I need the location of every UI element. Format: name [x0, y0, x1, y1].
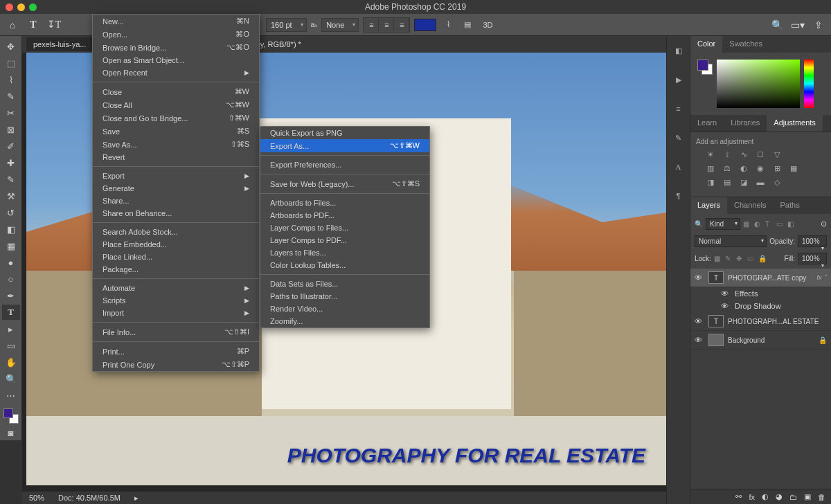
type-tool-icon[interactable]: T: [2, 305, 20, 320]
antialias-field[interactable]: None: [321, 18, 359, 32]
blur-tool-icon[interactable]: ●: [2, 255, 20, 270]
font-size-field[interactable]: 160 pt: [266, 18, 307, 32]
minimize-window-icon[interactable]: [17, 3, 25, 11]
filter-smart-icon[interactable]: ◧: [787, 220, 796, 228]
menu-item[interactable]: Print...⌘P: [93, 345, 259, 358]
tab-adjustments[interactable]: Adjustments: [767, 115, 823, 132]
photo-filter-icon[interactable]: ◉: [756, 163, 765, 173]
canvas-text-layer[interactable]: PHOTOGRAPHY FOR REAL ESTATE: [287, 444, 645, 467]
properties-panel-icon[interactable]: ≡: [672, 102, 685, 115]
bw-icon[interactable]: ◐: [739, 163, 749, 173]
visibility-icon[interactable]: 👁: [695, 336, 704, 344]
history-brush-tool-icon[interactable]: ↺: [2, 205, 20, 220]
healing-tool-icon[interactable]: ✚: [2, 155, 20, 170]
pen-tool-icon[interactable]: ✒: [2, 288, 20, 303]
threshold-icon[interactable]: ◪: [739, 177, 749, 187]
posterize-icon[interactable]: ▤: [722, 177, 732, 187]
tab-learn[interactable]: Learn: [690, 115, 724, 132]
path-select-tool-icon[interactable]: ▸: [2, 321, 20, 336]
menu-item[interactable]: Close⌘W: [93, 85, 259, 98]
hue-icon[interactable]: ▥: [706, 163, 715, 173]
tab-channels[interactable]: Channels: [727, 197, 773, 214]
actions-panel-icon[interactable]: ▶: [672, 73, 685, 86]
menu-item[interactable]: Open as Smart Object...: [93, 54, 259, 66]
quick-select-tool-icon[interactable]: ✎: [2, 89, 20, 104]
channel-mixer-icon[interactable]: ⊞: [772, 163, 782, 173]
group-icon[interactable]: 🗀: [789, 493, 797, 501]
tab-swatches[interactable]: Swatches: [722, 36, 769, 53]
layer-mask-icon[interactable]: ◐: [762, 492, 769, 501]
gradient-tool-icon[interactable]: ▦: [2, 238, 20, 253]
layer-style-icon[interactable]: fx: [749, 493, 755, 501]
workspace-icon[interactable]: ▭▾: [791, 19, 805, 31]
share-icon[interactable]: ⇪: [812, 19, 825, 31]
menu-item[interactable]: Save⌘S: [93, 125, 259, 138]
marquee-tool-icon[interactable]: ⬚: [2, 55, 20, 71]
type-tool-icon[interactable]: T: [26, 19, 40, 31]
three-d-icon[interactable]: 3D: [479, 18, 496, 32]
visibility-icon[interactable]: 👁: [721, 289, 731, 298]
menu-item[interactable]: Export▶: [93, 170, 259, 182]
menu-item[interactable]: Scripts▶: [93, 294, 259, 307]
frame-tool-icon[interactable]: ⊠: [2, 122, 20, 137]
color-field[interactable]: [717, 60, 800, 108]
type-orientation-icon[interactable]: ↧T: [47, 19, 61, 31]
tab-layers[interactable]: Layers: [690, 197, 727, 214]
menu-item[interactable]: Place Embedded...: [93, 238, 259, 251]
zoom-tool-icon[interactable]: 🔍: [2, 371, 20, 386]
balance-icon[interactable]: ⚖: [722, 163, 732, 173]
crop-tool-icon[interactable]: ✂: [2, 105, 20, 120]
blend-mode-field[interactable]: Normal: [695, 235, 767, 247]
curves-icon[interactable]: ∿: [739, 150, 749, 159]
visibility-icon[interactable]: 👁: [721, 302, 731, 310]
menu-item[interactable]: Paths to Illustrator...: [260, 290, 429, 303]
menu-item[interactable]: Share on Behance...: [93, 207, 259, 219]
fx-badge[interactable]: fx ˅: [816, 274, 827, 281]
color-swatches[interactable]: [3, 408, 19, 424]
brightness-icon[interactable]: ☀: [706, 150, 715, 159]
visibility-icon[interactable]: 👁: [695, 317, 704, 325]
layer-filter-kind[interactable]: Kind: [706, 218, 740, 230]
brush-panel-icon[interactable]: ✎: [672, 132, 685, 144]
layer-item[interactable]: 👁 T PHOTOGRAPH...AL ESTATE: [690, 312, 831, 331]
shape-tool-icon[interactable]: ▭: [2, 338, 20, 353]
layer-effect[interactable]: 👁Drop Shadow: [690, 300, 831, 312]
brush-tool-icon[interactable]: ✎: [2, 172, 20, 187]
vibrance-icon[interactable]: ▽: [772, 150, 782, 159]
menu-item[interactable]: Place Linked...: [93, 251, 259, 263]
layer-item[interactable]: 👁 Background 🔒: [690, 331, 831, 350]
menu-item[interactable]: Browse in Bridge...⌥⌘O: [93, 41, 259, 54]
menu-item[interactable]: Revert: [93, 151, 259, 163]
foreground-swatch[interactable]: [3, 408, 13, 418]
delete-layer-icon[interactable]: 🗑: [818, 493, 825, 501]
lasso-tool-icon[interactable]: ⌇: [2, 72, 20, 87]
selective-color-icon[interactable]: ◇: [772, 177, 782, 187]
warp-text-icon[interactable]: ⌇: [440, 18, 456, 32]
levels-icon[interactable]: ⟟: [722, 150, 732, 159]
color-selector-swatch[interactable]: [697, 60, 713, 75]
filter-shape-icon[interactable]: ▭: [776, 220, 785, 228]
tab-paths[interactable]: Paths: [774, 197, 807, 214]
status-arrow-icon[interactable]: ▸: [134, 494, 138, 503]
character-panel-icon[interactable]: A: [672, 161, 685, 173]
menu-item[interactable]: Automate▶: [93, 282, 259, 294]
opacity-field[interactable]: 100%: [798, 235, 827, 247]
exposure-icon[interactable]: ☐: [756, 150, 765, 159]
visibility-icon[interactable]: 👁: [695, 273, 704, 282]
menu-item[interactable]: Layers to Files...: [260, 246, 429, 259]
move-tool-icon[interactable]: ✥: [2, 39, 20, 54]
filter-pixel-icon[interactable]: ▦: [743, 220, 751, 228]
menu-item[interactable]: Quick Export as PNG: [260, 127, 429, 139]
home-icon[interactable]: ⌂: [6, 19, 19, 31]
menu-item[interactable]: Zoomify...: [260, 315, 429, 327]
stamp-tool-icon[interactable]: ⚒: [2, 188, 20, 204]
lookup-icon[interactable]: ▦: [789, 163, 798, 173]
menu-item[interactable]: File Info...⌥⇧⌘I: [93, 325, 259, 339]
filter-toggle-icon[interactable]: ⊙: [821, 219, 827, 228]
document-tab[interactable]: pexels-luis-ya...: [26, 37, 93, 51]
layer-effect[interactable]: 👁Effects: [690, 287, 831, 300]
align-center-icon[interactable]: ≡: [379, 18, 394, 32]
menu-item[interactable]: Search Adobe Stock...: [93, 226, 259, 238]
layer-item[interactable]: 👁 T PHOTOGRAP...ATE copy fx ˅: [690, 269, 831, 287]
menu-item[interactable]: Import▶: [93, 307, 259, 319]
